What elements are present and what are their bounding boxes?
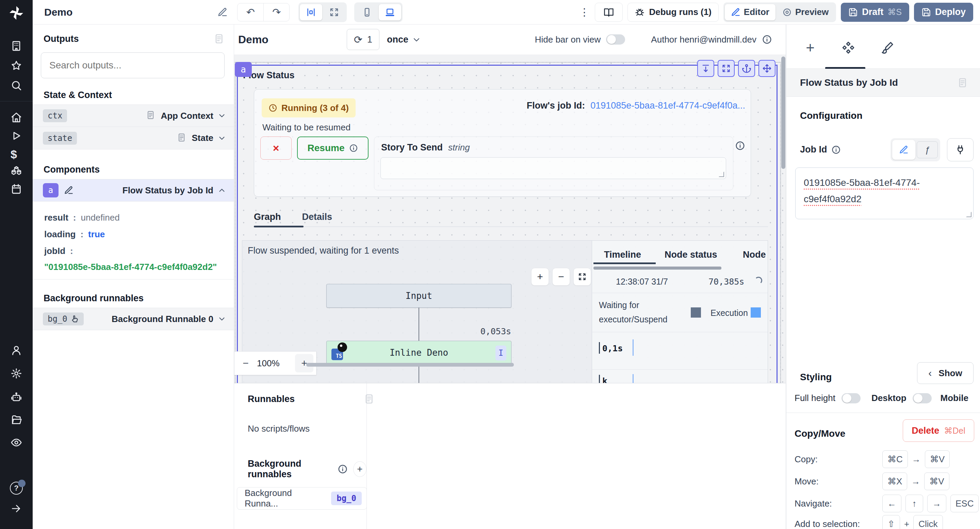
users-icon[interactable] (11, 344, 22, 356)
add-bg-runnable-button[interactable]: + (353, 461, 366, 477)
component-settings-tab[interactable] (841, 40, 856, 55)
styling-tab[interactable] (880, 40, 895, 55)
fullscreen-button[interactable] (718, 60, 735, 77)
story-info-icon[interactable] (735, 140, 745, 151)
more-menu-icon[interactable]: ⋮ (579, 6, 590, 18)
redo-button[interactable]: ↷ (263, 3, 289, 21)
flow-jobid-link[interactable]: 0191085e-5baa-81ef-4774-c9ef4f0a... (590, 100, 745, 111)
chevron-down-icon[interactable] (218, 111, 226, 120)
favorites-icon[interactable] (11, 60, 22, 72)
ai-robot-icon[interactable] (11, 392, 22, 403)
waiting-text: Waiting to be resumed (262, 122, 350, 133)
author-info-icon[interactable] (762, 34, 772, 45)
ctx-row[interactable]: ctx App Context (33, 105, 234, 127)
resources-icon[interactable] (11, 166, 22, 177)
edit-title-icon[interactable] (218, 7, 228, 18)
chevron-up-icon[interactable] (218, 186, 226, 195)
deno-icon (337, 343, 347, 352)
tab-timeline[interactable]: Timeline (604, 250, 641, 260)
cancel-flow-button[interactable]: × (260, 137, 292, 160)
state-row[interactable]: state State (33, 127, 234, 150)
resize-handle[interactable] (719, 172, 724, 177)
navigate-label: Navigate: (795, 498, 832, 509)
schedules-icon[interactable] (11, 183, 22, 195)
docs-button[interactable] (595, 3, 623, 22)
resize-handle[interactable] (966, 212, 972, 217)
preview-tab[interactable]: Preview (776, 4, 835, 21)
job-id-textarea[interactable]: 0191085e-5baa-81ef-4774- c9ef4f0a92d2 (795, 167, 974, 219)
component-settings-panel: + Flow Status by Job Id Configuration Jo… (786, 24, 980, 529)
workspace-icon[interactable] (11, 40, 22, 52)
connect-input-button[interactable] (947, 138, 974, 161)
move-handle-button[interactable] (759, 60, 775, 77)
graph-node-inline-deno[interactable]: TS Inline Deno I (326, 341, 511, 365)
keycap-shift: ⇧ (882, 515, 900, 529)
component-a-row[interactable]: a Flow Status by Job Id (33, 179, 234, 202)
fullwidth-layout-button[interactable] (323, 4, 345, 21)
schedule-dropdown[interactable]: once (387, 34, 421, 45)
home-icon[interactable] (11, 112, 22, 123)
zoom-out-button[interactable]: − (234, 357, 257, 369)
graph-node-input[interactable]: Input (326, 284, 511, 308)
graph-zoom-out-button[interactable]: − (552, 268, 570, 285)
desktop-view-button[interactable] (379, 4, 401, 21)
delete-component-button[interactable]: Delete ⌘Del (903, 419, 974, 442)
expand-sidebar-icon[interactable] (11, 503, 22, 515)
tab-node-truncated[interactable]: Node (743, 250, 766, 260)
timeline-h-scrollbar[interactable] (593, 266, 721, 269)
chevron-down-icon[interactable] (218, 314, 226, 323)
debug-runs-button[interactable]: Debug runs (1) (627, 3, 718, 22)
graph-fit-button[interactable] (573, 268, 591, 285)
centered-layout-button[interactable] (300, 4, 322, 21)
editor-tab[interactable]: Editor (725, 4, 775, 21)
audit-eye-icon[interactable] (11, 437, 22, 448)
outputs-doc-icon[interactable] (213, 33, 224, 44)
runnables-doc-icon[interactable] (363, 394, 374, 405)
rename-component-icon[interactable] (64, 185, 73, 195)
selected-component-tag[interactable]: a (235, 62, 252, 77)
job-id-info-icon[interactable] (831, 145, 841, 155)
runs-icon[interactable] (11, 130, 22, 142)
draft-button[interactable]: Draft ⌘S (841, 3, 909, 22)
graph-zoom-in-button[interactable]: + (531, 268, 549, 285)
refresh-counter[interactable]: ⟳ 1 (347, 29, 379, 50)
anchor-button[interactable] (738, 60, 755, 77)
insert-component-tab[interactable]: + (803, 40, 818, 55)
bg-runnables-info-icon[interactable] (337, 464, 348, 474)
settings-icon[interactable] (11, 368, 22, 379)
desktop-toggle[interactable] (913, 393, 932, 403)
component-header: Flow Status by Job Id (786, 69, 980, 97)
folders-icon[interactable] (11, 414, 22, 425)
canvas-h-scrollbar[interactable] (306, 363, 514, 366)
mobile-view-button[interactable] (356, 4, 378, 21)
component-doc-icon[interactable] (957, 77, 968, 88)
canvas-v-scrollbar[interactable] (781, 56, 785, 169)
deploy-button[interactable]: Deploy (914, 3, 973, 22)
variables-icon[interactable]: $ (11, 148, 22, 159)
app-canvas[interactable]: a Flow Status Running (3 of 4) (234, 54, 786, 383)
undo-button[interactable]: ↶ (237, 3, 263, 21)
legend-execution-label: Execution (711, 308, 748, 318)
show-styling-button[interactable]: ‹ Show (917, 362, 974, 384)
tab-details[interactable]: Details (302, 212, 332, 222)
hide-bar-toggle[interactable] (606, 34, 625, 45)
loading-value: true (88, 229, 105, 240)
search-outputs-input[interactable] (41, 53, 224, 78)
search-icon[interactable] (11, 80, 22, 91)
chevron-down-icon[interactable] (218, 134, 226, 143)
tab-node-status[interactable]: Node status (665, 250, 717, 260)
help-icon[interactable]: ? (10, 482, 23, 495)
bg0-row[interactable]: bg_0 Background Runnable 0 (33, 308, 234, 330)
bg-runnable-item[interactable]: Background Runna... bg_0 (237, 487, 367, 510)
tab-graph[interactable]: Graph (254, 212, 281, 222)
legend-execution-swatch (751, 308, 761, 318)
chevron-down-icon (412, 35, 421, 44)
story-textarea[interactable] (380, 157, 726, 179)
configuration-title: Configuration (800, 110, 862, 121)
full-height-toggle[interactable] (842, 393, 861, 403)
expand-down-button[interactable] (697, 60, 714, 77)
expression-mode-button[interactable]: ƒ (917, 141, 938, 158)
resume-button[interactable]: Resume (297, 137, 369, 160)
windmill-logo-icon[interactable] (8, 5, 24, 21)
static-input-mode-button[interactable] (892, 140, 915, 160)
